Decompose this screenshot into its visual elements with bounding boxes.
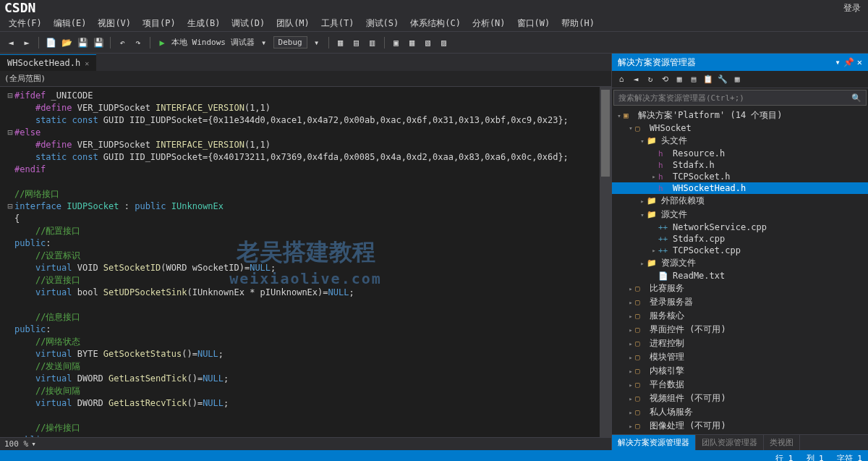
- tab-label: WHSocketHead.h: [7, 58, 80, 68]
- code-nav-bar[interactable]: (全局范围): [0, 71, 611, 87]
- tree-item[interactable]: hWHSocketHead.h: [612, 182, 868, 194]
- menu-item[interactable]: 生成(B): [182, 16, 226, 31]
- tool-icon[interactable]: ▤: [687, 73, 700, 86]
- new-file-icon[interactable]: 📄: [44, 36, 57, 49]
- status-char: 字符 1: [837, 453, 862, 462]
- tab-whsockethead[interactable]: WHSocketHead.h ✕: [0, 54, 96, 71]
- run-icon[interactable]: ▶: [156, 36, 169, 49]
- tool-icon[interactable]: ▨: [438, 36, 451, 49]
- sidebar-tab[interactable]: 团队资源管理器: [696, 435, 764, 450]
- editor-tabs: WHSocketHead.h ✕: [0, 54, 611, 71]
- tree-item[interactable]: ▸▢界面控件 (不可用): [612, 323, 868, 337]
- tree-item[interactable]: ▸▢比赛服务: [612, 282, 868, 295]
- tree-item[interactable]: ▾▣解决方案'Platform' (14 个项目): [612, 109, 868, 122]
- tree-item[interactable]: hResource.h: [612, 148, 868, 159]
- tree-item[interactable]: ▸📁外部依赖项: [612, 194, 868, 208]
- tree-item[interactable]: ▾▢WHSocket: [612, 122, 868, 134]
- tool-icon[interactable]: ▣: [390, 36, 403, 49]
- tree-item[interactable]: ▸▢模块管理: [612, 350, 868, 364]
- tree-item[interactable]: 📄ReadMe.txt: [612, 270, 868, 282]
- toolbar: ◄ ► 📄 📂 💾 💾 ↶ ↷ ▶ 本地 Windows 调试器 ▾ Debug…: [0, 32, 868, 54]
- pin-icon[interactable]: 📌: [843, 57, 854, 67]
- menu-item[interactable]: 窗口(W): [511, 16, 556, 31]
- undo-icon[interactable]: ↶: [116, 36, 129, 49]
- config-dropdown[interactable]: Debug: [273, 36, 307, 48]
- run-target[interactable]: 本地 Windows 调试器: [171, 37, 255, 48]
- sidebar-tab[interactable]: 类视图: [764, 435, 800, 450]
- nav-fwd-icon[interactable]: ►: [20, 36, 33, 49]
- sidebar-title: 解决方案资源管理器 ▾ 📌 ✕: [612, 54, 868, 71]
- menu-item[interactable]: 编辑(E): [48, 16, 93, 31]
- search-icon: 🔍: [851, 93, 861, 103]
- tree-item[interactable]: ▸▢平台数据: [612, 378, 868, 392]
- dropdown-icon[interactable]: ▾: [835, 57, 841, 67]
- sidebar-bottom-tabs: 解决方案资源管理器团队资源管理器类视图: [612, 434, 868, 450]
- tool-icon[interactable]: ▤: [350, 36, 363, 49]
- tree-item[interactable]: ▸hTCPSocket.h: [612, 171, 868, 182]
- save-icon[interactable]: 💾: [76, 36, 89, 49]
- sync-icon[interactable]: ⟲: [658, 73, 671, 86]
- tree-item[interactable]: ▸▢私人场服务: [612, 405, 868, 419]
- title-bar: CSDN 登录: [0, 0, 868, 16]
- menu-item[interactable]: 帮助(H): [556, 16, 600, 31]
- tree-item[interactable]: ▾📁头文件: [612, 134, 868, 148]
- sidebar-search[interactable]: 搜索解决方案资源管理器(Ctrl+;) 🔍: [613, 90, 867, 106]
- menu-item[interactable]: 调试(D): [226, 16, 271, 31]
- tree-item[interactable]: ▸▢视频组件 (不可用): [612, 392, 868, 405]
- close-icon[interactable]: ✕: [857, 57, 862, 67]
- tool-icon[interactable]: ▦: [334, 36, 347, 49]
- editor-area: WHSocketHead.h ✕ (全局范围) ⊟#ifdef _UNICODE…: [0, 54, 611, 450]
- tool-icon[interactable]: 📋: [702, 73, 715, 86]
- nav-back-icon[interactable]: ◄: [4, 36, 17, 49]
- refresh-icon[interactable]: ↻: [644, 73, 657, 86]
- tool-icon[interactable]: ▥: [366, 36, 379, 49]
- tree-item[interactable]: hStdafx.h: [612, 159, 868, 171]
- properties-icon[interactable]: 🔧: [716, 73, 729, 86]
- code-editor[interactable]: ⊟#ifdef _UNICODE #define VER_IUDPSocket …: [0, 87, 600, 437]
- save-all-icon[interactable]: 💾: [92, 36, 105, 49]
- tool-icon[interactable]: ▧: [422, 36, 435, 49]
- menu-item[interactable]: 团队(M): [271, 16, 315, 31]
- tree-item[interactable]: ▸📁资源文件: [612, 256, 868, 270]
- close-icon[interactable]: ✕: [85, 59, 89, 67]
- solution-tree[interactable]: ▾▣解决方案'Platform' (14 个项目)▾▢WHSocket▾📁头文件…: [612, 107, 868, 434]
- tree-item[interactable]: ▸▢图像处理 (不可用): [612, 419, 868, 433]
- login-link[interactable]: 登录: [843, 2, 861, 14]
- dropdown-icon: ▾: [310, 36, 323, 49]
- open-icon[interactable]: 📂: [60, 36, 73, 49]
- menu-item[interactable]: 视图(V): [92, 16, 137, 31]
- tree-item[interactable]: ▸▢内核引擎: [612, 364, 868, 378]
- back-icon[interactable]: ◄: [629, 73, 642, 86]
- home-icon[interactable]: ⌂: [615, 73, 628, 86]
- sidebar-toolbar: ⌂ ◄ ↻ ⟲ ▦ ▤ 📋 🔧 ▦: [612, 71, 868, 88]
- redo-icon[interactable]: ↷: [132, 36, 145, 49]
- status-bar: 行 1 列 1 字符 1: [0, 450, 868, 461]
- tree-item[interactable]: ▸++TCPSocket.cpp: [612, 245, 868, 256]
- tree-item[interactable]: ▸▢进程控制: [612, 337, 868, 350]
- menu-item[interactable]: 项目(P): [137, 16, 182, 31]
- scope-dropdown[interactable]: (全局范围): [4, 73, 46, 84]
- menu-item[interactable]: 文件(F): [3, 16, 48, 31]
- tree-item[interactable]: ++NetworkService.cpp: [612, 221, 868, 233]
- dropdown-icon: ▾: [258, 36, 271, 49]
- tool-icon[interactable]: ▦: [673, 73, 686, 86]
- tree-item[interactable]: ▸▢登录服务器: [612, 295, 868, 309]
- solution-explorer: 解决方案资源管理器 ▾ 📌 ✕ ⌂ ◄ ↻ ⟲ ▦ ▤ 📋 🔧 ▦ 搜索解决方案…: [611, 54, 868, 450]
- vertical-scrollbar[interactable]: [600, 87, 611, 437]
- tree-item[interactable]: ++Stdafx.cpp: [612, 233, 868, 245]
- editor-zoom[interactable]: 100 %▾: [0, 437, 611, 450]
- status-col: 列 1: [807, 453, 824, 462]
- sidebar-tab[interactable]: 解决方案资源管理器: [612, 435, 696, 450]
- menu-item[interactable]: 测试(S): [360, 16, 405, 31]
- tool-icon[interactable]: ▦: [406, 36, 419, 49]
- logo: CSDN: [0, 0, 40, 15]
- menu-item[interactable]: 工具(T): [315, 16, 360, 31]
- tool-icon[interactable]: ▦: [731, 73, 744, 86]
- tree-item[interactable]: ▸▢服务核心: [612, 309, 868, 323]
- status-line: 行 1: [775, 453, 793, 462]
- menu-item[interactable]: 分析(N): [467, 16, 511, 31]
- scrollbar-thumb[interactable]: [601, 90, 610, 177]
- tree-item[interactable]: ▾📁源文件: [612, 208, 868, 221]
- menu-bar: 文件(F)编辑(E)视图(V)项目(P)生成(B)调试(D)团队(M)工具(T)…: [0, 16, 868, 32]
- menu-item[interactable]: 体系结构(C): [404, 16, 467, 31]
